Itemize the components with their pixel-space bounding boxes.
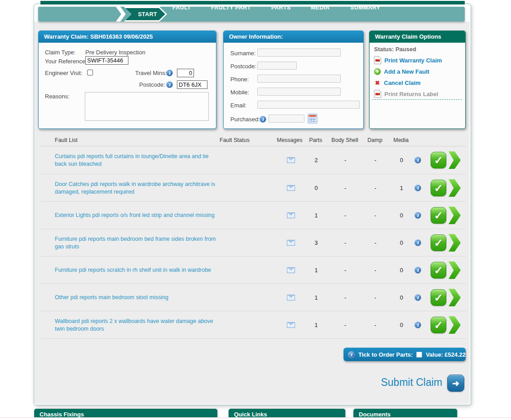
open-fault-arrow-button[interactable]	[449, 316, 461, 334]
engineer-visit-label: Engineer Visit:	[45, 70, 83, 76]
postcode-label: Postcode:	[139, 81, 165, 88]
email-input[interactable]	[257, 101, 360, 109]
fault-info-icon[interactable]	[414, 157, 421, 164]
fault-link[interactable]: Door Catches pdi reports walk in wardrob…	[55, 174, 219, 202]
reasons-label: Reasons:	[45, 93, 70, 100]
purchased-info-icon[interactable]	[260, 116, 266, 123]
open-fault-arrow-button[interactable]	[449, 234, 461, 252]
tab-parts[interactable]: PARTS	[271, 4, 291, 11]
options-divider	[372, 99, 462, 100]
add-plus-icon	[374, 68, 381, 75]
purchased-label: Purchased:	[230, 116, 260, 123]
print-warranty-claim-button[interactable]: Print Warranty Claim	[374, 56, 442, 65]
tab-fault[interactable]: FAULT	[172, 4, 191, 11]
header-media: Media	[388, 137, 414, 143]
media-count: 0	[392, 146, 410, 174]
submit-claim-button[interactable]	[447, 375, 464, 392]
mobile-label: Mobile:	[230, 89, 249, 96]
parts-count: 3	[307, 229, 325, 256]
fault-link[interactable]: Exterior Lights pdi reports o/s front le…	[55, 202, 219, 229]
fault-link[interactable]: Furniture pdi reports main bedroom bed f…	[55, 229, 219, 256]
parts-count: 2	[307, 146, 325, 174]
fault-info-icon[interactable]	[414, 267, 421, 274]
open-fault-arrow-button[interactable]	[449, 289, 461, 306]
fault-link[interactable]: Furniture pdi reports scratch in rh shel…	[55, 256, 219, 284]
submit-claim-label[interactable]: Submit Claim	[350, 376, 442, 389]
open-fault-arrow-button[interactable]	[449, 207, 461, 224]
claim-type-value: Pre Delivery Inspection	[85, 49, 145, 56]
fault-info-icon[interactable]	[414, 212, 421, 219]
claim-postcode-input[interactable]	[177, 80, 207, 89]
order-parts-checkbox[interactable]	[416, 352, 422, 358]
bottom-edge-strip	[0, 417, 511, 420]
fault-link[interactable]: Curtains pdi reports full curtains in lo…	[55, 146, 219, 174]
fault-info-icon[interactable]	[414, 322, 421, 328]
order-parts-bar: Tick to Order Parts: Value: £524.22	[344, 348, 466, 361]
fault-info-icon[interactable]	[414, 294, 421, 301]
tab-start-label: START	[138, 11, 157, 18]
header-fault-list: Fault List	[55, 137, 78, 143]
fault-complete-check-button[interactable]	[431, 289, 446, 306]
engineer-visit-checkbox[interactable]	[87, 70, 93, 75]
owner-postcode-input[interactable]	[257, 62, 297, 70]
print-returns-label-button[interactable]: Print Returns Label	[374, 89, 438, 98]
body-shell-value: -	[336, 311, 354, 339]
message-envelope-icon[interactable]	[287, 185, 295, 191]
claim-type-label: Claim Type:	[45, 49, 75, 56]
message-envelope-icon[interactable]	[287, 267, 295, 273]
message-envelope-icon[interactable]	[287, 157, 295, 163]
travel-mins-info-icon[interactable]	[166, 70, 173, 76]
fault-link[interactable]: Other pdi reports main bedroom stool mis…	[55, 284, 219, 311]
cancel-x-icon	[374, 80, 381, 86]
phone-input[interactable]	[257, 75, 341, 83]
fault-link[interactable]: Wallboard pdi reports 2 x wallboards hav…	[55, 311, 219, 339]
body-shell-value: -	[336, 202, 354, 229]
message-envelope-icon[interactable]	[287, 212, 295, 218]
your-reference-label: Your Reference:	[45, 58, 87, 65]
order-parts-info-icon[interactable]	[348, 351, 355, 358]
fault-complete-check-button[interactable]	[431, 262, 446, 279]
postcode-info-icon[interactable]	[166, 81, 173, 88]
open-fault-arrow-button[interactable]	[449, 151, 461, 169]
email-label: Email:	[230, 102, 247, 109]
owner-panel-title: Owner Information:	[224, 31, 363, 43]
message-envelope-icon[interactable]	[287, 322, 295, 328]
fault-info-icon[interactable]	[414, 185, 421, 191]
fault-complete-check-button[interactable]	[431, 234, 446, 251]
calendar-icon[interactable]	[308, 114, 317, 123]
cancel-claim-button[interactable]: Cancel Claim	[374, 78, 421, 87]
travel-mins-input[interactable]	[177, 69, 194, 77]
order-parts-value: Value: £524.22	[426, 351, 466, 358]
fault-complete-check-button[interactable]	[431, 207, 446, 224]
options-panel-title: Warranty Claim Options	[370, 31, 465, 43]
open-fault-arrow-button[interactable]	[449, 179, 461, 197]
fault-info-icon[interactable]	[414, 239, 421, 246]
media-count: 0	[392, 256, 410, 284]
phone-label: Phone:	[230, 76, 249, 83]
fault-row: Door Catches pdi reports walk in wardrob…	[40, 174, 466, 202]
tab-media[interactable]: MEDIA	[311, 4, 330, 11]
fault-complete-check-button[interactable]	[431, 152, 446, 168]
media-count: 1	[392, 174, 410, 202]
tab-summary[interactable]: SUMMARY	[350, 4, 380, 11]
top-accent-strip	[40, 1, 465, 4]
fault-complete-check-button[interactable]	[431, 317, 446, 333]
order-parts-label: Tick to Order Parts:	[358, 351, 413, 358]
surname-input[interactable]	[257, 49, 341, 57]
fault-row: Other pdi reports main bedroom stool mis…	[40, 283, 466, 311]
message-envelope-icon[interactable]	[287, 240, 295, 246]
damp-value: -	[366, 174, 384, 202]
fault-complete-check-button[interactable]	[431, 180, 446, 196]
damp-value: -	[366, 202, 384, 229]
table-bottom-line	[40, 338, 466, 339]
purchased-date-input[interactable]	[269, 115, 304, 123]
reasons-textarea[interactable]	[85, 92, 209, 121]
warranty-claim-panel-title: Warranty Claim: SBH016363 09/06/2025	[39, 31, 216, 43]
your-reference-input[interactable]	[85, 56, 128, 65]
message-envelope-icon[interactable]	[287, 295, 295, 301]
add-new-fault-button[interactable]: Add a New Fault	[374, 67, 429, 76]
open-fault-arrow-button[interactable]	[449, 261, 461, 279]
parts-count: 1	[307, 202, 325, 229]
tab-faulty-part[interactable]: FAULTY PART	[211, 4, 251, 11]
mobile-input[interactable]	[257, 88, 341, 96]
